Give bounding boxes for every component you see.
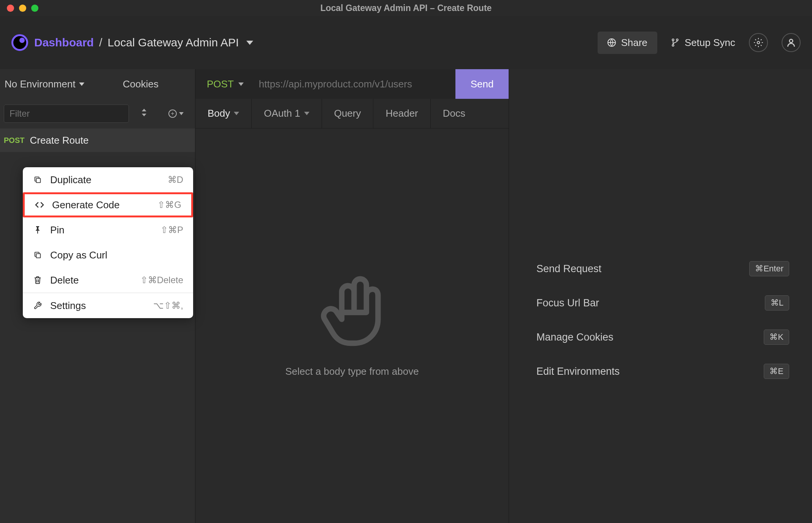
method-label: POST — [207, 78, 234, 90]
svg-marker-6 — [142, 114, 146, 116]
settings-button[interactable] — [749, 33, 768, 52]
app-logo[interactable] — [11, 34, 28, 51]
tab-auth[interactable]: OAuth 1 — [252, 99, 322, 128]
environment-selector[interactable]: No Environment — [5, 78, 84, 90]
body-placeholder: Select a body type from above — [195, 128, 509, 523]
request-panel: POST Send Body OAuth 1 Query — [195, 69, 509, 523]
breadcrumb: Dashboard / Local Gateway Admin API — [34, 36, 253, 49]
git-branch-icon — [671, 38, 679, 47]
svg-point-2 — [672, 44, 674, 46]
sidebar: No Environment Cookies + POST Create Rou… — [0, 69, 195, 523]
sort-button[interactable] — [141, 109, 147, 119]
menu-item-label: Duplicate — [50, 174, 160, 186]
app-header: Dashboard / Local Gateway Admin API Shar… — [0, 16, 812, 69]
chevron-down-icon — [234, 112, 239, 115]
menu-item-settings[interactable]: Settings ⌥⇧⌘, — [23, 293, 193, 318]
minimize-window-button[interactable] — [19, 5, 26, 12]
menu-item-delete[interactable]: Delete ⇧⌘Delete — [23, 268, 193, 293]
titlebar: Local Gateway Admin API – Create Route — [0, 0, 812, 16]
url-input[interactable] — [255, 78, 455, 90]
trash-icon — [33, 275, 43, 285]
sync-label: Setup Sync — [685, 37, 735, 49]
breadcrumb-current[interactable]: Local Gateway Admin API — [108, 36, 239, 49]
code-icon — [35, 200, 44, 210]
shortcut-key[interactable]: ⌘K — [764, 330, 789, 345]
send-button[interactable]: Send — [455, 69, 509, 99]
user-button[interactable] — [782, 33, 801, 52]
breadcrumb-separator: / — [99, 36, 102, 49]
tab-label: Docs — [443, 108, 465, 119]
menu-item-shortcut: ⌥⇧⌘, — [153, 300, 183, 311]
menu-item-shortcut: ⌘D — [168, 174, 183, 185]
response-panel: Send Request ⌘Enter Focus Url Bar ⌘L Man… — [509, 69, 812, 523]
send-label: Send — [471, 78, 494, 90]
tab-header[interactable]: Header — [373, 99, 430, 128]
shortcut-label: Edit Environments — [536, 366, 620, 377]
share-button[interactable]: Share — [598, 32, 657, 54]
cookies-button[interactable]: Cookies — [123, 78, 159, 90]
svg-point-3 — [757, 41, 760, 44]
shortcut-label: Focus Url Bar — [536, 297, 599, 309]
tab-docs[interactable]: Docs — [431, 99, 477, 128]
pin-icon — [33, 225, 43, 235]
body-placeholder-text: Select a body type from above — [285, 366, 419, 377]
hand-icon — [318, 274, 386, 350]
shortcut-key[interactable]: ⌘L — [765, 295, 789, 311]
tab-label: OAuth 1 — [264, 108, 300, 119]
menu-item-label: Settings — [50, 300, 146, 312]
shortcut-cookies: Manage Cookies ⌘K — [536, 320, 789, 354]
method-badge: POST — [4, 136, 24, 145]
shortcut-send-request: Send Request ⌘Enter — [536, 252, 789, 286]
shortcut-label: Send Request — [536, 263, 601, 275]
chevron-down-icon — [304, 112, 309, 115]
chevron-down-icon[interactable] — [246, 41, 253, 45]
menu-item-label: Copy as Curl — [50, 249, 176, 261]
menu-item-copy-curl[interactable]: Copy as Curl — [23, 242, 193, 268]
shortcut-label: Manage Cookies — [536, 331, 614, 343]
tab-label: Query — [334, 108, 361, 119]
close-window-button[interactable] — [7, 5, 14, 12]
shortcut-key[interactable]: ⌘Enter — [749, 261, 789, 276]
svg-point-1 — [676, 39, 678, 41]
window-title: Local Gateway Admin API – Create Route — [320, 3, 492, 13]
wrench-icon — [33, 301, 43, 311]
chevron-down-icon — [179, 112, 184, 115]
user-icon — [786, 38, 796, 48]
traffic-lights — [7, 5, 38, 12]
request-tabs: Body OAuth 1 Query Header Docs — [195, 99, 509, 128]
breadcrumb-dashboard[interactable]: Dashboard — [34, 36, 94, 49]
menu-item-shortcut: ⇧⌘P — [160, 225, 183, 235]
menu-item-label: Delete — [50, 274, 133, 286]
add-request-button[interactable]: + — [168, 109, 184, 118]
svg-point-0 — [672, 39, 674, 41]
context-menu: Duplicate ⌘D Generate Code ⇧⌘G Pin ⇧⌘P — [23, 167, 193, 318]
svg-rect-8 — [36, 254, 40, 258]
environment-label: No Environment — [5, 78, 75, 90]
sort-icon — [141, 109, 147, 116]
request-name: Create Route — [30, 135, 89, 146]
tab-label: Body — [208, 108, 230, 119]
share-label: Share — [621, 37, 647, 49]
method-selector[interactable]: POST — [195, 78, 255, 90]
menu-item-label: Pin — [50, 224, 153, 236]
url-bar: POST Send — [195, 69, 509, 99]
tab-label: Header — [385, 108, 418, 119]
shortcut-key[interactable]: ⌘E — [764, 364, 789, 379]
tab-body[interactable]: Body — [195, 99, 252, 128]
chevron-down-icon — [79, 82, 84, 86]
shortcut-environments: Edit Environments ⌘E — [536, 354, 789, 388]
menu-item-pin[interactable]: Pin ⇧⌘P — [23, 217, 193, 242]
copy-icon — [33, 175, 43, 185]
request-item[interactable]: POST Create Route — [0, 128, 195, 152]
filter-input[interactable] — [4, 105, 129, 123]
copy-icon — [33, 250, 43, 260]
maximize-window-button[interactable] — [31, 5, 38, 12]
menu-item-generate-code[interactable]: Generate Code ⇧⌘G — [23, 192, 193, 217]
svg-rect-7 — [36, 178, 40, 182]
setup-sync-button[interactable]: Setup Sync — [671, 37, 735, 49]
tab-query[interactable]: Query — [322, 99, 374, 128]
menu-item-shortcut: ⇧⌘G — [157, 200, 181, 210]
svg-marker-5 — [142, 109, 146, 111]
menu-item-duplicate[interactable]: Duplicate ⌘D — [23, 167, 193, 192]
gear-icon — [753, 38, 763, 48]
